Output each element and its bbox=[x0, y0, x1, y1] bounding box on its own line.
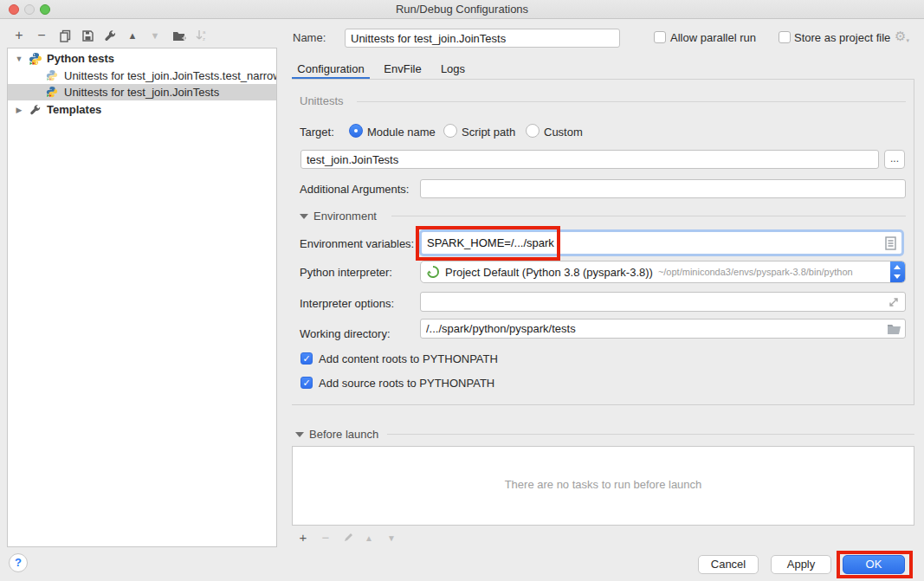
move-down-icon: ▼ bbox=[151, 30, 160, 41]
interpreter-options-label: Interpreter options: bbox=[300, 297, 394, 310]
apply-button[interactable]: Apply bbox=[771, 555, 831, 574]
target-module-name-label: Module name bbox=[367, 126, 436, 139]
cancel-button[interactable]: Cancel bbox=[698, 555, 759, 574]
working-directory-input[interactable] bbox=[420, 319, 906, 339]
copy-icon bbox=[59, 29, 72, 42]
svg-text:a: a bbox=[203, 29, 206, 35]
wrench-icon bbox=[103, 29, 117, 42]
annotation-highlight-ok bbox=[837, 551, 913, 578]
section-rule bbox=[357, 101, 906, 102]
tree-item-label: Templates bbox=[47, 103, 101, 116]
target-custom-label: Custom bbox=[544, 126, 583, 139]
add-source-roots-label: Add source roots to PYTHONPATH bbox=[319, 377, 494, 390]
target-custom-radio[interactable] bbox=[526, 124, 540, 138]
help-button[interactable]: ? bbox=[9, 553, 28, 572]
environment-section-header: Environment bbox=[313, 210, 377, 223]
chevron-right-icon[interactable]: ▶ bbox=[15, 106, 23, 114]
tree-group-templates[interactable]: ▶ Templates bbox=[8, 101, 277, 118]
question-icon: ? bbox=[15, 556, 22, 569]
configurations-tree: ▼ Python tests Unittests for test_join.J… bbox=[7, 48, 277, 547]
python-tests-icon bbox=[29, 52, 42, 66]
conda-env-icon bbox=[426, 265, 440, 279]
chevron-up-icon bbox=[894, 265, 901, 269]
store-as-project-file-checkbox[interactable] bbox=[779, 31, 791, 43]
add-icon: + bbox=[15, 28, 23, 43]
check-icon: ✓ bbox=[302, 378, 310, 388]
new-folder-button[interactable] bbox=[170, 26, 189, 45]
before-launch-collapse-icon[interactable] bbox=[295, 432, 304, 437]
tree-item-jointests-selected[interactable]: Unittests for test_join.JoinTests bbox=[8, 84, 277, 100]
python-test-icon bbox=[46, 69, 60, 83]
edit-templates-button[interactable] bbox=[100, 26, 120, 45]
environment-collapse-icon[interactable] bbox=[300, 214, 308, 219]
target-label: Target: bbox=[300, 126, 334, 139]
tree-item-label: Python tests bbox=[47, 52, 114, 65]
remove-configuration-button[interactable]: − bbox=[32, 26, 51, 45]
target-module-name-radio[interactable] bbox=[349, 124, 363, 138]
chevron-down-icon bbox=[894, 274, 901, 279]
move-task-up-button: ▲ bbox=[359, 529, 378, 546]
target-script-path-radio[interactable] bbox=[443, 124, 457, 138]
add-task-button[interactable]: + bbox=[294, 528, 313, 545]
run-debug-configurations-dialog: Run/Debug Configurations + − ▲ ▼ az ▼ Py… bbox=[0, 0, 924, 581]
gear-icon[interactable]: ⚙▾ bbox=[895, 29, 909, 44]
add-content-roots-checkbox[interactable]: ✓ bbox=[300, 352, 313, 365]
move-task-down-button: ▼ bbox=[382, 529, 401, 546]
folder-icon[interactable] bbox=[887, 323, 901, 334]
python-interpreter-path: ~/opt/miniconda3/envs/pyspark-3.8/bin/py… bbox=[658, 267, 853, 277]
add-source-roots-checkbox[interactable]: ✓ bbox=[300, 377, 313, 389]
expand-field-icon[interactable] bbox=[888, 297, 899, 307]
tab-configuration[interactable]: Configuration bbox=[292, 59, 370, 80]
chevron-down-icon: ▾ bbox=[906, 37, 909, 43]
pencil-icon bbox=[343, 532, 354, 543]
sort-configurations-button: az bbox=[192, 26, 211, 45]
store-as-project-file-label: Store as project file bbox=[794, 31, 890, 44]
tree-group-python-tests[interactable]: ▼ Python tests bbox=[8, 50, 277, 67]
name-label: Name: bbox=[293, 31, 326, 44]
ellipsis-icon: ... bbox=[890, 152, 899, 165]
section-rule bbox=[391, 216, 906, 216]
tree-item-test-narrow[interactable]: Unittests for test_join.JoinTests.test_n… bbox=[8, 68, 277, 84]
templates-wrench-icon bbox=[29, 103, 42, 117]
move-down-button: ▼ bbox=[145, 26, 165, 45]
before-launch-section-header: Before launch bbox=[309, 428, 378, 441]
tree-item-label: Unittests for test_join.JoinTests bbox=[64, 86, 219, 99]
browse-variables-icon[interactable] bbox=[885, 236, 896, 250]
allow-parallel-run-label: Allow parallel run bbox=[670, 31, 756, 44]
move-up-icon: ▲ bbox=[128, 30, 138, 41]
move-up-button[interactable]: ▲ bbox=[123, 26, 142, 45]
allow-parallel-run-checkbox[interactable] bbox=[654, 31, 666, 43]
python-interpreter-value: Project Default (Python 3.8 (pyspark-3.8… bbox=[445, 266, 653, 279]
python-interpreter-label: Python interpreter: bbox=[300, 266, 392, 279]
save-configuration-button[interactable] bbox=[78, 26, 97, 45]
select-stepper[interactable] bbox=[890, 261, 905, 282]
browse-module-button[interactable]: ... bbox=[884, 150, 905, 169]
python-test-icon bbox=[46, 86, 60, 100]
title-bar: Run/Debug Configurations bbox=[0, 0, 924, 19]
python-interpreter-select[interactable]: Project Default (Python 3.8 (pyspark-3.8… bbox=[420, 261, 906, 283]
before-launch-tasks-list: There are no tasks to run before launch bbox=[292, 446, 914, 526]
check-icon: ✓ bbox=[302, 353, 310, 364]
tab-label: Configuration bbox=[297, 62, 364, 75]
tab-envfile[interactable]: EnvFile bbox=[378, 59, 427, 80]
chevron-down-icon[interactable]: ▼ bbox=[15, 55, 23, 63]
add-configuration-button[interactable]: + bbox=[10, 26, 29, 45]
new-folder-icon bbox=[172, 29, 187, 42]
window-title: Run/Debug Configurations bbox=[0, 3, 924, 16]
module-name-input[interactable] bbox=[300, 150, 879, 169]
copy-configuration-button[interactable] bbox=[55, 26, 74, 45]
environment-variables-label: Environment variables: bbox=[300, 237, 414, 250]
additional-arguments-input[interactable] bbox=[420, 179, 906, 198]
target-script-path-label: Script path bbox=[462, 126, 515, 139]
before-launch-empty-text: There are no tasks to run before launch bbox=[293, 478, 914, 491]
move-down-icon: ▼ bbox=[387, 533, 396, 543]
unittests-section-header: Unittests bbox=[300, 94, 344, 107]
tab-label: EnvFile bbox=[384, 62, 421, 75]
working-directory-label: Working directory: bbox=[300, 327, 391, 340]
name-input[interactable] bbox=[345, 29, 620, 48]
tab-logs[interactable]: Logs bbox=[434, 59, 472, 80]
interpreter-options-input[interactable] bbox=[420, 292, 906, 312]
tree-item-label: Unittests for test_join.JoinTests.test_n… bbox=[64, 69, 277, 82]
annotation-highlight-env-vars bbox=[416, 226, 560, 261]
remove-icon: − bbox=[37, 28, 45, 43]
